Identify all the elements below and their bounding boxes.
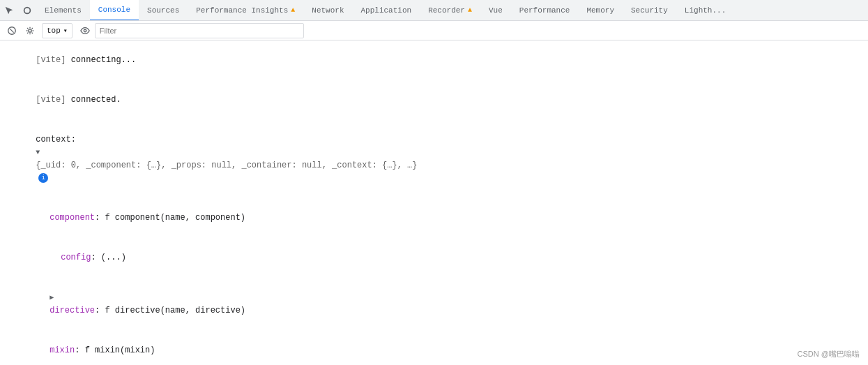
watermark: CSDN @嘴巴嗡嗡 xyxy=(798,349,860,359)
settings-button[interactable] xyxy=(22,22,38,39)
eye-button[interactable] xyxy=(77,22,93,39)
cursor-icon[interactable] xyxy=(1,2,17,19)
list-item: directive: f directive(name, directive) xyxy=(0,278,868,331)
tab-console[interactable]: Console xyxy=(90,0,139,21)
tab-elements[interactable]: Elements xyxy=(36,0,90,21)
console-toolbar: top ▾ xyxy=(0,21,868,40)
tab-sources[interactable]: Sources xyxy=(139,0,188,21)
tab-security[interactable]: Security xyxy=(623,0,676,21)
tab-vue[interactable]: Vue xyxy=(480,0,511,21)
tab-network[interactable]: Network xyxy=(303,0,352,21)
devtools-panel: Elements Console Sources Performance Ins… xyxy=(0,0,868,365)
info-icon: i xyxy=(38,173,48,183)
list-item: component: f component(name, component) xyxy=(0,198,868,238)
clear-console-button[interactable] xyxy=(3,22,20,39)
circle-icon[interactable] xyxy=(19,2,36,19)
list-item: context: {_uid: 0, _component: {…}, _pro… xyxy=(0,120,868,198)
tab-lighthouse[interactable]: Lighth... xyxy=(676,0,734,21)
svg-point-3 xyxy=(29,29,31,31)
expand-arrow[interactable] xyxy=(36,147,43,159)
tab-memory[interactable]: Memory xyxy=(578,0,623,21)
list-item: [vite] connecting... xyxy=(0,40,868,80)
list-item: config: (...) xyxy=(0,238,868,278)
console-output: [vite] connecting... [vite] connected. c… xyxy=(0,40,868,365)
svg-point-4 xyxy=(84,29,86,32)
tab-recorder[interactable]: Recorder ▲ xyxy=(420,0,480,21)
svg-point-0 xyxy=(24,7,31,13)
filter-input[interactable] xyxy=(95,23,304,38)
expand-arrow[interactable] xyxy=(50,292,56,304)
level-selector[interactable]: top ▾ xyxy=(42,23,73,38)
chevron-down-icon: ▾ xyxy=(63,27,68,35)
tab-performance[interactable]: Performance xyxy=(511,0,579,21)
tab-bar: Elements Console Sources Performance Ins… xyxy=(0,0,868,21)
warning-icon: ▲ xyxy=(291,6,295,14)
warning-icon-recorder: ▲ xyxy=(468,6,472,14)
svg-line-2 xyxy=(10,29,13,32)
tab-performance-insights[interactable]: Performance Insights ▲ xyxy=(188,0,303,21)
list-item: [vite] connected. xyxy=(0,80,868,120)
list-item: mixin: f mixin(mixin) xyxy=(0,331,868,365)
tab-application[interactable]: Application xyxy=(353,0,420,21)
